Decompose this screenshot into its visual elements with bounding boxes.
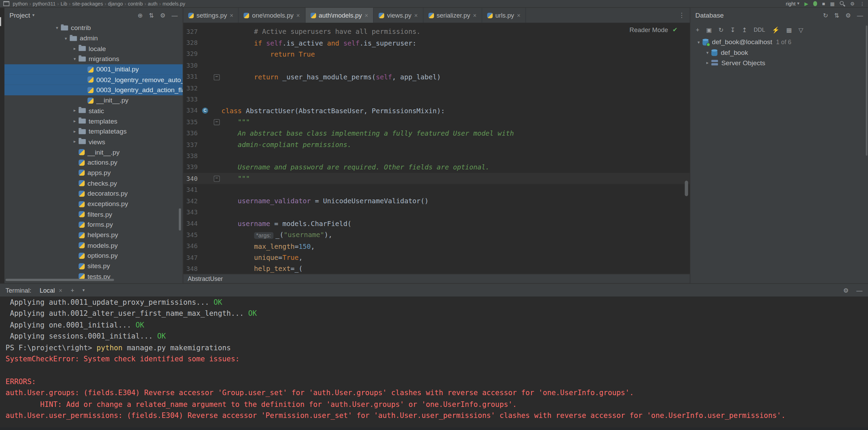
line-number[interactable]: 348 — [183, 265, 198, 273]
chevron-down-icon[interactable]: ▾ — [32, 13, 34, 18]
tree-item[interactable]: ▾admin — [4, 33, 183, 43]
tree-item[interactable]: 0001_initial.py — [4, 64, 183, 75]
refresh-icon[interactable]: ↻ — [718, 27, 724, 33]
code-line[interactable]: 327 # Active superusers have all permiss… — [183, 26, 690, 37]
editor-scrollbar-thumb[interactable] — [685, 181, 688, 196]
line-number[interactable]: 341 — [183, 186, 198, 194]
tree-item[interactable]: ▸templatetags — [4, 126, 183, 137]
code-line[interactable]: 341 — [183, 184, 690, 196]
settings-icon[interactable]: ⚙ — [160, 12, 165, 19]
editor-tab[interactable]: urls.py× — [482, 8, 526, 22]
close-icon[interactable]: × — [365, 12, 368, 19]
horizontal-scrollbar[interactable] — [6, 279, 114, 281]
add-datasource-icon[interactable]: + — [696, 27, 699, 33]
tree-item[interactable]: models.py — [4, 240, 183, 251]
line-number[interactable]: 338 — [183, 153, 198, 160]
breadcrumb-item[interactable]: contrib — [128, 1, 143, 6]
tree-item[interactable]: ▾contrib — [4, 23, 183, 33]
class-icon[interactable]: C — [202, 108, 208, 114]
download-icon[interactable]: ↧ — [730, 27, 735, 33]
breadcrumb-item[interactable]: site-packages — [72, 1, 103, 6]
db-tree-item[interactable]: ▾def_book@localhost1 of 6 — [690, 37, 868, 48]
editor-tab[interactable]: settings.py× — [183, 8, 239, 22]
hide-panel-icon[interactable]: — — [172, 12, 178, 19]
search-everywhere-icon[interactable] — [840, 1, 845, 6]
line-number[interactable]: 344 — [183, 220, 198, 227]
code-line[interactable]: 340− """ — [183, 173, 690, 184]
hide-panel-icon[interactable]: — — [856, 287, 862, 293]
tree-item[interactable]: options.py — [4, 251, 183, 261]
line-number[interactable]: 347 — [183, 254, 198, 261]
run-configuration-selector[interactable]: right ▾ — [786, 1, 799, 6]
tree-item[interactable]: ▸locale — [4, 43, 183, 54]
code-line[interactable]: 336 An abstract base class implementing … — [183, 128, 690, 139]
jump-to-console-icon[interactable]: ⚡ — [772, 27, 779, 33]
code-line[interactable]: 337 admin-compliant permissions. — [183, 139, 690, 150]
chevron-down-icon[interactable]: ▾ — [71, 57, 79, 61]
line-number[interactable]: 330 — [183, 62, 198, 69]
tree-item[interactable]: forms.py — [4, 219, 183, 230]
tree-item[interactable]: 0003_logentry_add_action_flag — [4, 85, 183, 95]
fold-marker-icon[interactable]: − — [214, 119, 220, 125]
database-panel-title[interactable]: Database — [695, 11, 724, 19]
chevron-down-icon[interactable]: ▾ — [62, 36, 70, 41]
fold-marker-icon[interactable]: − — [214, 74, 220, 80]
code-line[interactable]: 329 return True — [183, 49, 690, 60]
line-number[interactable]: 340 — [183, 175, 198, 182]
close-icon[interactable]: × — [230, 12, 233, 19]
code-line[interactable]: 331− return _user_has_module_perms(self,… — [183, 71, 690, 82]
code-line[interactable]: 328 if self.is_active and self.is_superu… — [183, 37, 690, 49]
chevron-right-icon[interactable]: ▸ — [71, 119, 79, 124]
editor[interactable]: 327 # Active superusers have all permiss… — [183, 23, 690, 274]
tree-item[interactable]: exceptions.py — [4, 199, 183, 209]
code-line[interactable]: 330 — [183, 60, 690, 71]
terminal-tab-local[interactable]: Local × — [40, 287, 62, 293]
code-line[interactable]: 334Cclass AbstractUser(AbstractBaseUser,… — [183, 105, 690, 117]
line-number[interactable]: 329 — [183, 51, 198, 58]
vertical-scrollbar[interactable] — [866, 26, 868, 156]
code-line[interactable]: 335− """ — [183, 116, 690, 128]
terminal-output[interactable]: Applying auth.0011_update_proxy_permissi… — [0, 296, 868, 427]
line-number[interactable]: 327 — [183, 28, 198, 35]
chevron-right-icon[interactable]: ▸ — [704, 60, 711, 65]
tree-item[interactable]: ▸static — [4, 106, 183, 116]
breadcrumb-item[interactable]: django — [108, 1, 123, 6]
tree-item[interactable]: sites.py — [4, 261, 183, 271]
close-icon[interactable]: × — [296, 12, 300, 19]
debug-icon[interactable] — [813, 1, 817, 6]
code-line[interactable]: 347 unique=True, — [183, 252, 690, 263]
ddl-button[interactable]: DDL — [754, 27, 765, 33]
line-number[interactable]: 339 — [183, 164, 198, 171]
project-panel-title[interactable]: Project — [9, 11, 30, 19]
line-number[interactable]: 332 — [183, 85, 198, 92]
tree-item[interactable]: helpers.py — [4, 230, 183, 240]
db-tree-item[interactable]: ▾def_book — [690, 48, 868, 58]
editor-tab[interactable]: serializer.py× — [423, 8, 482, 22]
new-terminal-session-icon[interactable]: + — [71, 287, 74, 293]
tree-item[interactable]: 0002_logentry_remove_auto_a — [4, 75, 183, 85]
code-line[interactable]: 339 Username and password are required. … — [183, 162, 690, 173]
editor-tab[interactable]: one\models.py× — [239, 8, 305, 22]
code-line[interactable]: 345 *args:_("username"), — [183, 229, 690, 241]
breadcrumb-item[interactable]: python311 — [33, 1, 55, 6]
refresh-icon[interactable]: ↻ — [823, 12, 828, 19]
line-number[interactable]: 346 — [183, 243, 198, 250]
code-line[interactable]: 333 — [183, 94, 690, 105]
settings-icon[interactable]: ⚙ — [850, 1, 855, 6]
editor-tab[interactable]: auth\models.py× — [305, 8, 374, 22]
reader-mode-widget[interactable]: Reader Mode ✔ — [629, 26, 678, 33]
line-number[interactable]: 335 — [183, 118, 198, 126]
breadcrumb-item[interactable]: auth — [148, 1, 158, 6]
chevron-down-icon[interactable]: ▾ — [53, 26, 61, 30]
tree-item[interactable]: apps.py — [4, 168, 183, 178]
breadcrumb-item[interactable]: python — [13, 1, 28, 6]
chevron-down-icon[interactable]: ▾ — [82, 287, 84, 292]
line-number[interactable]: 342 — [183, 198, 198, 205]
line-number[interactable]: 328 — [183, 39, 198, 47]
filter-icon[interactable]: ▽ — [799, 27, 804, 33]
line-number[interactable]: 336 — [183, 130, 198, 137]
duplicate-icon[interactable]: ▣ — [706, 27, 712, 33]
collapse-all-icon[interactable]: ⇅ — [149, 12, 154, 19]
db-tree-item[interactable]: ▸Server Objects — [690, 58, 868, 68]
tree-item[interactable]: checks.py — [4, 178, 183, 188]
